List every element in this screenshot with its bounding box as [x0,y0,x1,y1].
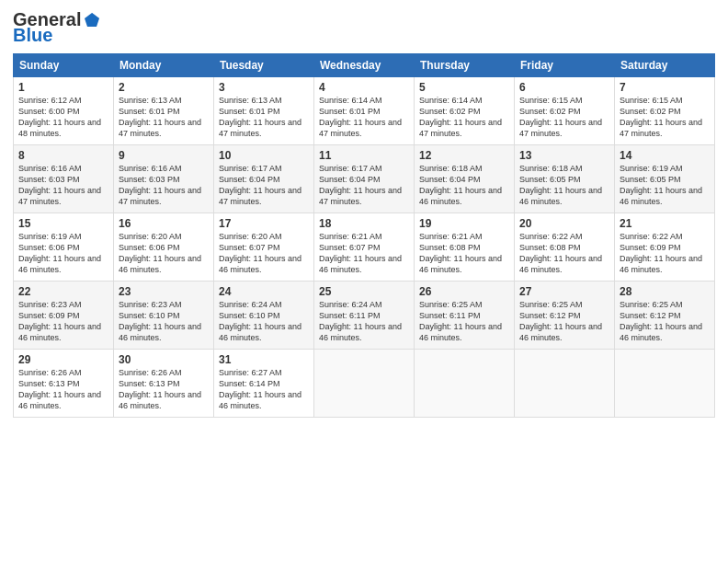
day-number: 28 [620,285,710,298]
calendar-cell: 21Sunrise: 6:22 AMSunset: 6:09 PMDayligh… [615,213,715,282]
day-info: Sunrise: 6:18 AMSunset: 6:04 PMDaylight:… [419,164,502,206]
day-info: Sunrise: 6:27 AMSunset: 6:14 PMDaylight:… [219,368,301,410]
day-info: Sunrise: 6:26 AMSunset: 6:13 PMDaylight:… [119,368,201,410]
calendar-cell: 3Sunrise: 6:13 AMSunset: 6:01 PMDaylight… [214,77,314,145]
calendar-table: SundayMondayTuesdayWednesdayThursdayFrid… [13,53,715,418]
calendar-header-tuesday: Tuesday [214,54,314,77]
day-number: 16 [119,217,209,230]
calendar-week-1: 1Sunrise: 6:12 AMSunset: 6:00 PMDaylight… [14,77,715,145]
header: General Blue [13,9,715,46]
calendar-week-3: 15Sunrise: 6:19 AMSunset: 6:06 PMDayligh… [14,213,715,282]
calendar-cell: 23Sunrise: 6:23 AMSunset: 6:10 PMDayligh… [114,282,214,350]
day-number: 30 [119,353,209,366]
calendar-cell: 17Sunrise: 6:20 AMSunset: 6:07 PMDayligh… [214,213,314,282]
day-info: Sunrise: 6:26 AMSunset: 6:13 PMDaylight:… [18,368,101,410]
calendar-week-2: 8Sunrise: 6:16 AMSunset: 6:03 PMDaylight… [14,145,715,213]
day-info: Sunrise: 6:25 AMSunset: 6:12 PMDaylight:… [620,300,702,342]
calendar-cell: 20Sunrise: 6:22 AMSunset: 6:08 PMDayligh… [515,213,615,282]
calendar-cell: 16Sunrise: 6:20 AMSunset: 6:06 PMDayligh… [114,213,214,282]
day-info: Sunrise: 6:15 AMSunset: 6:02 PMDaylight:… [519,96,602,138]
day-number: 19 [419,217,509,230]
calendar-cell [515,350,615,418]
day-info: Sunrise: 6:19 AMSunset: 6:06 PMDaylight:… [18,232,101,274]
day-info: Sunrise: 6:22 AMSunset: 6:09 PMDaylight:… [620,232,702,274]
calendar-week-5: 29Sunrise: 6:26 AMSunset: 6:13 PMDayligh… [14,350,715,418]
calendar-cell: 2Sunrise: 6:13 AMSunset: 6:01 PMDaylight… [114,77,214,145]
calendar-cell [615,350,715,418]
day-info: Sunrise: 6:21 AMSunset: 6:07 PMDaylight:… [319,232,402,274]
day-number: 24 [219,285,309,298]
day-number: 18 [319,217,409,230]
day-number: 15 [18,217,108,230]
day-number: 6 [519,81,609,94]
day-number: 5 [419,81,509,94]
calendar-cell: 26Sunrise: 6:25 AMSunset: 6:11 PMDayligh… [415,282,515,350]
day-info: Sunrise: 6:14 AMSunset: 6:01 PMDaylight:… [319,96,402,138]
calendar-cell: 1Sunrise: 6:12 AMSunset: 6:00 PMDaylight… [14,77,114,145]
day-number: 7 [620,81,710,94]
logo-flag-icon [83,11,101,29]
day-number: 27 [519,285,609,298]
day-number: 3 [219,81,309,94]
calendar-cell: 6Sunrise: 6:15 AMSunset: 6:02 PMDaylight… [515,77,615,145]
day-info: Sunrise: 6:18 AMSunset: 6:05 PMDaylight:… [519,164,602,206]
calendar-header-thursday: Thursday [415,54,515,77]
calendar-cell: 8Sunrise: 6:16 AMSunset: 6:03 PMDaylight… [14,145,114,213]
calendar-cell: 5Sunrise: 6:14 AMSunset: 6:02 PMDaylight… [415,77,515,145]
day-number: 23 [119,285,209,298]
day-info: Sunrise: 6:14 AMSunset: 6:02 PMDaylight:… [419,96,502,138]
calendar-cell: 27Sunrise: 6:25 AMSunset: 6:12 PMDayligh… [515,282,615,350]
calendar-cell: 30Sunrise: 6:26 AMSunset: 6:13 PMDayligh… [114,350,214,418]
calendar-cell: 10Sunrise: 6:17 AMSunset: 6:04 PMDayligh… [214,145,314,213]
day-info: Sunrise: 6:13 AMSunset: 6:01 PMDaylight:… [219,96,301,138]
calendar-header-row: SundayMondayTuesdayWednesdayThursdayFrid… [14,54,715,77]
day-info: Sunrise: 6:25 AMSunset: 6:11 PMDaylight:… [419,300,502,342]
calendar-cell: 13Sunrise: 6:18 AMSunset: 6:05 PMDayligh… [515,145,615,213]
calendar-cell [314,350,415,418]
day-number: 10 [219,149,309,162]
day-number: 14 [620,149,710,162]
day-info: Sunrise: 6:23 AMSunset: 6:10 PMDaylight:… [119,300,201,342]
calendar-cell: 19Sunrise: 6:21 AMSunset: 6:08 PMDayligh… [415,213,515,282]
calendar-cell: 28Sunrise: 6:25 AMSunset: 6:12 PMDayligh… [615,282,715,350]
day-info: Sunrise: 6:13 AMSunset: 6:01 PMDaylight:… [119,96,201,138]
day-number: 26 [419,285,509,298]
day-number: 20 [519,217,609,230]
calendar-cell: 11Sunrise: 6:17 AMSunset: 6:04 PMDayligh… [314,145,415,213]
day-number: 29 [18,353,108,366]
day-number: 12 [419,149,509,162]
calendar-header-saturday: Saturday [615,54,715,77]
day-number: 8 [18,149,108,162]
day-number: 4 [319,81,409,94]
calendar-header-monday: Monday [114,54,214,77]
calendar-cell: 4Sunrise: 6:14 AMSunset: 6:01 PMDaylight… [314,77,415,145]
day-info: Sunrise: 6:15 AMSunset: 6:02 PMDaylight:… [620,96,702,138]
logo-text-blue: Blue [13,25,52,46]
calendar-cell: 7Sunrise: 6:15 AMSunset: 6:02 PMDaylight… [615,77,715,145]
day-info: Sunrise: 6:16 AMSunset: 6:03 PMDaylight:… [119,164,201,206]
day-number: 9 [119,149,209,162]
day-info: Sunrise: 6:25 AMSunset: 6:12 PMDaylight:… [519,300,602,342]
day-number: 22 [18,285,108,298]
day-info: Sunrise: 6:12 AMSunset: 6:00 PMDaylight:… [18,96,101,138]
calendar-cell: 12Sunrise: 6:18 AMSunset: 6:04 PMDayligh… [415,145,515,213]
calendar-header-sunday: Sunday [14,54,114,77]
day-number: 13 [519,149,609,162]
day-info: Sunrise: 6:17 AMSunset: 6:04 PMDaylight:… [219,164,301,206]
calendar-week-4: 22Sunrise: 6:23 AMSunset: 6:09 PMDayligh… [14,282,715,350]
calendar-header-friday: Friday [515,54,615,77]
day-info: Sunrise: 6:17 AMSunset: 6:04 PMDaylight:… [319,164,402,206]
day-number: 2 [119,81,209,94]
calendar-cell: 14Sunrise: 6:19 AMSunset: 6:05 PMDayligh… [615,145,715,213]
calendar-cell: 15Sunrise: 6:19 AMSunset: 6:06 PMDayligh… [14,213,114,282]
page: General Blue SundayMondayTuesdayWednesda… [0,0,728,563]
logo-container: General Blue [13,9,101,46]
calendar-cell: 22Sunrise: 6:23 AMSunset: 6:09 PMDayligh… [14,282,114,350]
day-number: 31 [219,353,309,366]
day-info: Sunrise: 6:22 AMSunset: 6:08 PMDaylight:… [519,232,602,274]
calendar-cell: 18Sunrise: 6:21 AMSunset: 6:07 PMDayligh… [314,213,415,282]
calendar-cell: 9Sunrise: 6:16 AMSunset: 6:03 PMDaylight… [114,145,214,213]
day-info: Sunrise: 6:19 AMSunset: 6:05 PMDaylight:… [620,164,702,206]
day-number: 1 [18,81,108,94]
day-number: 25 [319,285,409,298]
